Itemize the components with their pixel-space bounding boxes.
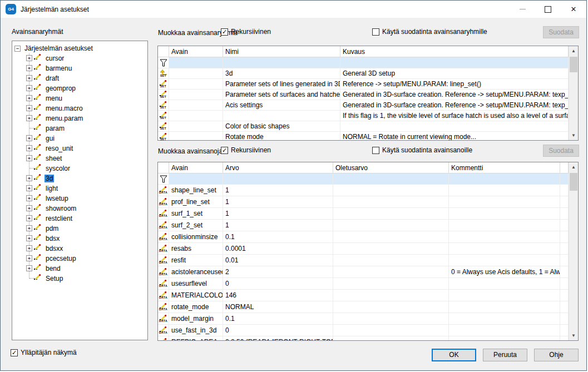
scroll-up-icon[interactable]: ▲ [569, 162, 578, 172]
cell-nimi[interactable]: Parameter sets of surfaces and hatches [223, 90, 340, 100]
cell-arvo[interactable]: 0 [223, 325, 333, 336]
tree-item-barmenu[interactable]: +barmenu [12, 63, 147, 73]
cell-kommentti[interactable] [449, 231, 560, 242]
keyword-table-row[interactable]: DATAshape_line_set1 [158, 185, 569, 196]
scroll-up-icon[interactable]: ▲ [569, 46, 578, 56]
cell-avain[interactable]: MATERIALCOLOR [169, 290, 223, 301]
cell-blank[interactable] [560, 243, 569, 254]
tree-item-setup[interactable]: Setup [12, 274, 147, 284]
cell-avain[interactable]: shape_line_set [169, 185, 223, 196]
tree-item-menu[interactable]: +menu [12, 93, 147, 103]
filter-cell[interactable] [169, 57, 223, 68]
column-header-kuvaus[interactable]: Kuvaus [340, 46, 569, 57]
tree-item-cursor[interactable]: +cursor [12, 53, 147, 63]
filter-row[interactable] [158, 173, 569, 185]
expand-icon[interactable]: + [26, 105, 32, 111]
minimize-button[interactable] [510, 1, 535, 18]
keyword-table-row[interactable]: DATAacistoleranceused20 = Always use Aci… [158, 266, 569, 278]
cell-arvo[interactable]: 1 [223, 208, 333, 219]
tree-item-bend[interactable]: +bend [12, 264, 147, 274]
cell-arvo[interactable]: 0.0001 [223, 243, 333, 254]
cell-blank[interactable] [560, 278, 569, 289]
group-table-row[interactable]: SETParameter sets of lines generated in … [158, 79, 569, 90]
cell-blank[interactable] [560, 290, 569, 301]
cell-arvo[interactable]: 1 [223, 185, 333, 196]
keyword-table-row[interactable]: DATAMATERIALCOLOR146 [158, 290, 569, 301]
keyword-group-tree[interactable]: −Järjestelmän asetukset+cursor+barmenu+d… [12, 41, 148, 340]
group-table-row[interactable]: SETAcis settingsGenerated in 3D-surface … [158, 100, 569, 111]
cell-kuvaus[interactable]: General 3D setup [340, 68, 569, 78]
cell-arvo[interactable]: 0.01 [223, 255, 333, 266]
cell-arvo[interactable]: 0.1 [223, 231, 333, 242]
close-button[interactable]: ✕ [561, 1, 586, 18]
cell-blank[interactable] [560, 313, 569, 324]
cell-avain[interactable] [169, 132, 223, 140]
tree-item-reso-unit[interactable]: +reso_unit [12, 143, 147, 153]
tree-root-item[interactable]: −Järjestelmän asetukset [12, 43, 147, 53]
cell-blank[interactable] [560, 208, 569, 219]
checkbox-box[interactable]: ✓ [221, 147, 228, 154]
expand-icon[interactable]: + [26, 185, 32, 191]
cell-oletusarvo[interactable] [333, 185, 449, 196]
keyword-table-row[interactable]: DATAsurf_2_set1 [158, 220, 569, 231]
cell-avain[interactable] [169, 111, 223, 121]
expand-icon[interactable]: + [26, 255, 32, 261]
scroll-down-icon[interactable]: ▼ [569, 331, 578, 340]
cell-kuvaus[interactable]: Generated in 3D-surface creation. Refere… [340, 100, 569, 110]
column-header-blank[interactable] [560, 162, 569, 173]
cell-arvo[interactable]: 0 [223, 278, 333, 289]
scrollbar-thumb[interactable] [570, 57, 577, 72]
cell-blank[interactable] [560, 325, 569, 336]
cell-kommentti[interactable] [449, 185, 560, 196]
cell-blank[interactable] [560, 336, 569, 340]
expand-icon[interactable]: + [26, 155, 32, 161]
keyword-table-row[interactable]: DATAuse_fast_in_3d0 [158, 325, 569, 336]
cell-kommentti[interactable] [449, 208, 560, 219]
cell-arvo[interactable]: NORMAL [223, 301, 333, 313]
tree-item-bdsxx[interactable]: +bdsxx [12, 244, 147, 254]
expand-icon[interactable]: + [26, 85, 32, 91]
column-header-arvo[interactable]: Arvo [223, 162, 333, 173]
column-header-nimi[interactable]: Nimi [223, 46, 340, 57]
cell-arvo[interactable]: 1 [223, 220, 333, 231]
cell-avain[interactable]: surf_2_set [169, 220, 223, 231]
cell-avain[interactable] [169, 100, 223, 110]
cell-kuvaus[interactable]: If this flag is 1, the visible level of … [340, 111, 569, 121]
cell-arvo[interactable]: 2 2 50 {REAR1 "FRONT-RIGHT-TOP"} [223, 336, 333, 340]
expand-icon[interactable]: + [26, 215, 32, 221]
cell-avain[interactable] [169, 79, 223, 89]
cell-avain[interactable]: surf_1_set [169, 208, 223, 219]
cell-kommentti[interactable] [449, 290, 560, 301]
keyword-table-row[interactable]: DATAsurf_1_set1 [158, 208, 569, 220]
checkbox-box[interactable] [372, 147, 379, 154]
ok-button[interactable]: OK [432, 349, 476, 361]
cell-blank[interactable] [560, 266, 569, 277]
filter-cell[interactable] [169, 173, 223, 184]
column-header-blank[interactable] [158, 162, 169, 173]
expand-icon[interactable]: + [26, 265, 32, 271]
tree-item-bdsx[interactable]: +bdsx [12, 234, 147, 244]
filter-cell[interactable] [449, 173, 560, 184]
cell-kuvaus[interactable] [340, 121, 569, 131]
cell-kuvaus[interactable]: Generated in 3D-surface creation. Refere… [340, 90, 569, 100]
collapse-icon[interactable]: − [14, 46, 21, 52]
checkbox-box[interactable]: ✓ [221, 28, 228, 36]
cell-avain[interactable]: rotate_mode [169, 301, 223, 313]
tree-item-sheet[interactable]: +sheet [12, 153, 147, 163]
expand-icon[interactable]: + [26, 145, 32, 151]
group-table-row[interactable]: SETIf this flag is 1, the visible level … [158, 111, 569, 121]
tree-item-pdm[interactable]: +pdm [12, 224, 147, 234]
expand-icon[interactable]: + [26, 115, 32, 121]
cell-blank[interactable] [560, 196, 569, 207]
tree-item-syscolor[interactable]: syscolor [12, 163, 147, 173]
tree-item-menu-param[interactable]: +menu.param [12, 113, 147, 123]
expand-icon[interactable]: + [26, 175, 32, 181]
keyword-table-row[interactable]: DATArotate_modeNORMAL [158, 301, 569, 313]
tree-item-pcecsetup[interactable]: +pcecsetup [12, 254, 147, 264]
cell-nimi[interactable]: 3d [223, 68, 340, 78]
cell-oletusarvo[interactable] [333, 220, 449, 231]
column-header-avain[interactable]: Avain [169, 46, 223, 57]
cell-avain[interactable]: prof_line_set [169, 196, 223, 207]
filter-row[interactable] [158, 57, 569, 68]
expand-icon[interactable]: + [26, 135, 32, 141]
